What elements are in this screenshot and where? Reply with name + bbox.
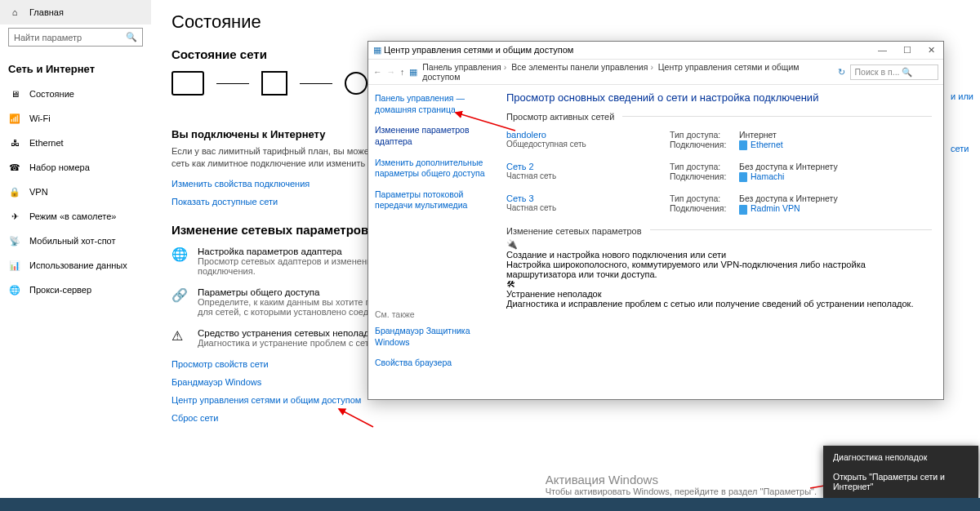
settings-sidebar: ⌂ Главная Найти параметр 🔍 Сеть и Интерн… bbox=[0, 0, 151, 511]
cp-change-item-1[interactable]: 🛠Устранение неполадокДиагностика и испра… bbox=[506, 279, 932, 309]
sidebar-item-2[interactable]: 🖧Ethernet bbox=[0, 131, 151, 155]
sidebar-icon: ☎ bbox=[8, 161, 21, 174]
network-row-1: Сеть 2Частная сетьТип доступа:Без доступ… bbox=[506, 162, 932, 182]
home-icon: ⌂ bbox=[8, 6, 21, 19]
network-name[interactable]: Сеть 2 bbox=[506, 162, 670, 171]
sidebar-item-label: VPN bbox=[29, 187, 48, 197]
sidebar-icon: 📊 bbox=[8, 259, 21, 272]
connection-icon bbox=[739, 140, 747, 150]
network-name[interactable]: bandolero bbox=[506, 130, 670, 140]
item-icon: 🔗 bbox=[172, 287, 188, 317]
cp-change-label: Изменение сетевых параметров bbox=[506, 226, 642, 236]
connection-icon bbox=[739, 172, 747, 182]
search-placeholder: Найти параметр bbox=[14, 33, 82, 42]
sidebar-item-label: Мобильный хот-спот bbox=[29, 236, 116, 246]
globe-icon bbox=[345, 72, 368, 95]
cp-left-panel: Панель управления — домашняя страница Из… bbox=[368, 85, 495, 399]
up-button[interactable]: ↑ bbox=[400, 67, 404, 77]
cp-left-media[interactable]: Параметры потоковой передачи мультимедиа bbox=[375, 189, 488, 211]
change-desc: Диагностика и исправление проблем с сеть… bbox=[506, 299, 932, 309]
network-type: Частная сеть bbox=[506, 171, 670, 180]
sidebar-item-label: Режим «в самолете» bbox=[29, 211, 116, 221]
sidebar-item-1[interactable]: 📶Wi-Fi bbox=[0, 106, 151, 131]
close-button[interactable]: ✕ bbox=[924, 45, 938, 56]
sidebar-item-label: Прокси-сервер bbox=[29, 285, 91, 295]
cp-left-sharing[interactable]: Изменить дополнительные параметры общего… bbox=[375, 158, 488, 180]
network-name[interactable]: Сеть 3 bbox=[506, 193, 670, 203]
pc-icon bbox=[172, 71, 204, 96]
taskbar[interactable] bbox=[0, 498, 980, 511]
item-desc: Диагностика и устранение проблем с сетью… bbox=[198, 338, 383, 348]
network-connection[interactable]: Radmin VPN bbox=[739, 203, 800, 213]
cp-seealso-firewall[interactable]: Брандмауэр Защитника Windows bbox=[375, 326, 488, 348]
cp-search-input[interactable]: Поиск в п... 🔍 bbox=[850, 64, 938, 80]
sidebar-icon: 🖥 bbox=[8, 87, 21, 100]
item-icon: ⚠ bbox=[172, 328, 188, 348]
change-title: Устранение неполадок bbox=[506, 289, 932, 299]
change-desc: Настройка широкополосного, коммутируемог… bbox=[506, 260, 932, 279]
network-type: Частная сеть bbox=[506, 203, 670, 212]
cp-left-adapter[interactable]: Изменение параметров адаптера bbox=[375, 125, 488, 147]
sidebar-item-label: Состояние bbox=[29, 89, 74, 99]
item-title: Средство устранения сетевых неполадок bbox=[198, 328, 383, 338]
cp-change-item-0[interactable]: 🔌Создание и настройка нового подключения… bbox=[506, 239, 932, 279]
sidebar-icon: 🖧 bbox=[8, 136, 21, 149]
page-title: Состояние bbox=[172, 11, 980, 33]
cp-right-panel: Просмотр основных сведений о сети и наст… bbox=[495, 85, 943, 399]
cp-active-label: Просмотр активных сетей bbox=[506, 112, 614, 122]
sidebar-icon: 📶 bbox=[8, 112, 21, 125]
network-connection[interactable]: Hamachi bbox=[739, 171, 784, 181]
cp-seealso-browser[interactable]: Свойства браузера bbox=[375, 358, 488, 369]
network-access: Интернет bbox=[739, 130, 777, 140]
cp-window-title: Центр управления сетями и общим доступом bbox=[384, 45, 573, 55]
sidebar-item-0[interactable]: 🖥Состояние bbox=[0, 82, 151, 106]
sidebar-item-4[interactable]: 🔒VPN bbox=[0, 180, 151, 204]
change-icon: 🔌 bbox=[506, 239, 932, 250]
sidebar-item-8[interactable]: 🌐Прокси-сервер bbox=[0, 278, 151, 302]
search-input[interactable]: Найти параметр 🔍 bbox=[8, 28, 143, 47]
network-access: Без доступа к Интернету bbox=[739, 193, 838, 203]
maximize-button[interactable]: ☐ bbox=[900, 45, 915, 56]
sidebar-icon: ✈ bbox=[8, 210, 21, 223]
background-links: и или сети bbox=[951, 49, 973, 196]
sidebar-item-5[interactable]: ✈Режим «в самолете» bbox=[0, 204, 151, 229]
forward-button[interactable]: → bbox=[387, 67, 396, 77]
cp-seealso-label: См. также bbox=[375, 309, 488, 319]
cp-app-icon: ▦ bbox=[373, 45, 381, 55]
sidebar-home-label: Главная bbox=[29, 7, 64, 17]
sidebar-icon: 🌐 bbox=[8, 283, 21, 296]
tray-diagnose[interactable]: Диагностика неполадок bbox=[823, 447, 978, 467]
activation-watermark: Активация Windows Чтобы активировать Win… bbox=[546, 473, 817, 496]
item-icon: 🌐 bbox=[172, 247, 188, 276]
cp-left-home[interactable]: Панель управления — домашняя страница bbox=[375, 93, 488, 115]
change-title: Создание и настройка нового подключения … bbox=[506, 250, 932, 260]
tray-context-menu: Диагностика неполадок Открыть "Параметры… bbox=[823, 446, 978, 498]
control-panel-window: ▦ Центр управления сетями и общим доступ… bbox=[368, 41, 944, 400]
back-button[interactable]: ← bbox=[373, 67, 382, 77]
sidebar-home[interactable]: ⌂ Главная bbox=[0, 0, 151, 24]
main-link2-3[interactable]: Сброс сети bbox=[172, 413, 980, 423]
network-access: Без доступа к Интернету bbox=[739, 162, 838, 171]
sidebar-item-label: Ethernet bbox=[29, 138, 64, 148]
tray-open-settings[interactable]: Открыть "Параметры сети и Интернет" bbox=[823, 467, 978, 496]
network-type: Общедоступная сеть bbox=[506, 140, 670, 149]
cp-heading: Просмотр основных сведений о сети и наст… bbox=[506, 91, 932, 104]
sidebar-icon: 📡 bbox=[8, 234, 21, 247]
sidebar-item-label: Набор номера bbox=[29, 162, 90, 172]
sidebar-item-label: Wi-Fi bbox=[29, 113, 51, 123]
sidebar-group-label: Сеть и Интернет bbox=[0, 55, 151, 82]
sidebar-item-label: Использование данных bbox=[29, 260, 127, 270]
network-connection[interactable]: Ethernet bbox=[739, 140, 783, 149]
change-icon: 🛠 bbox=[506, 279, 932, 289]
refresh-button[interactable]: ↻ bbox=[838, 67, 845, 77]
network-row-0: bandoleroОбщедоступная сетьТип доступа:И… bbox=[506, 130, 932, 150]
breadcrumb-icon: ▦ bbox=[409, 67, 417, 77]
sidebar-icon: 🔒 bbox=[8, 185, 21, 198]
router-icon bbox=[261, 71, 287, 96]
minimize-button[interactable]: — bbox=[875, 45, 890, 56]
sidebar-item-3[interactable]: ☎Набор номера bbox=[0, 155, 151, 180]
breadcrumb[interactable]: Панель управления› Все элементы панели у… bbox=[422, 62, 832, 82]
search-icon: 🔍 bbox=[126, 32, 137, 42]
sidebar-item-6[interactable]: 📡Мобильный хот-спот bbox=[0, 229, 151, 253]
sidebar-item-7[interactable]: 📊Использование данных bbox=[0, 253, 151, 278]
